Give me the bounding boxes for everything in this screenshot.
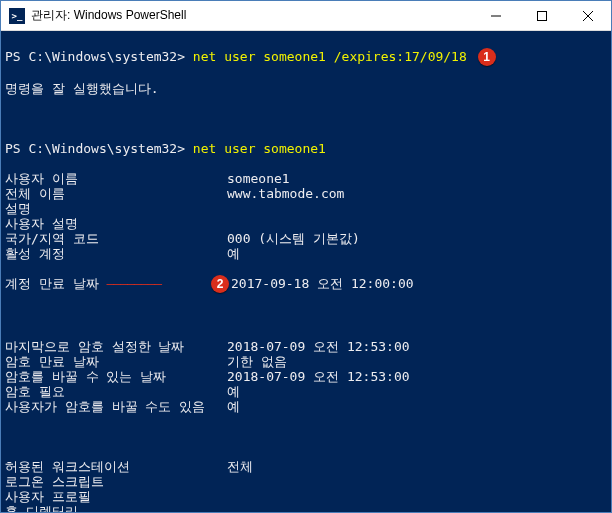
field-label: 계정 만료 날짜 ———————— bbox=[5, 276, 227, 294]
prompt-text: PS C:\Windows\system32> bbox=[5, 49, 185, 64]
output-line: 명령을 잘 실행했습니다. bbox=[5, 81, 607, 96]
prompt-text: PS C:\Windows\system32> bbox=[5, 141, 185, 156]
field-value: 2017-09-18 오전 12:00:00 bbox=[231, 276, 414, 294]
field-value: www.tabmode.com bbox=[227, 186, 344, 201]
field-value: 예 bbox=[227, 384, 240, 399]
field-value: 2018-07-09 오전 12:53:00 bbox=[227, 339, 410, 354]
field-row: 설명 bbox=[5, 201, 607, 216]
field-value: someone1 bbox=[227, 171, 290, 186]
field-row: 로그온 스크립트 bbox=[5, 474, 607, 489]
field-label: 전체 이름 bbox=[5, 186, 227, 201]
field-row: 국가/지역 코드000 (시스템 기본값) bbox=[5, 231, 607, 246]
field-value: 전체 bbox=[227, 459, 253, 474]
terminal-output[interactable]: PS C:\Windows\system32> net user someone… bbox=[1, 31, 611, 512]
field-label: 암호 필요 bbox=[5, 384, 227, 399]
maximize-button[interactable] bbox=[519, 1, 565, 30]
field-row: 암호 필요예 bbox=[5, 384, 607, 399]
close-icon bbox=[583, 11, 593, 21]
minimize-button[interactable] bbox=[473, 1, 519, 30]
field-label: 사용자 설명 bbox=[5, 216, 227, 231]
field-row: 사용자 프로필 bbox=[5, 489, 607, 504]
annotation-line: ———————— bbox=[106, 276, 161, 291]
window-title: 관리자: Windows PowerShell bbox=[25, 7, 473, 24]
close-button[interactable] bbox=[565, 1, 611, 30]
field-label: 설명 bbox=[5, 201, 227, 216]
field-row: 허용된 워크스테이션전체 bbox=[5, 459, 607, 474]
field-label: 사용자 프로필 bbox=[5, 489, 227, 504]
field-label: 암호를 바꿀 수 있는 날짜 bbox=[5, 369, 227, 384]
field-value: 000 (시스템 기본값) bbox=[227, 231, 360, 246]
field-row: 사용자 설명 bbox=[5, 216, 607, 231]
field-value: 기한 없음 bbox=[227, 354, 287, 369]
field-label: 로그온 스크립트 bbox=[5, 474, 227, 489]
titlebar: >_ 관리자: Windows PowerShell bbox=[1, 1, 611, 31]
window-controls bbox=[473, 1, 611, 30]
field-label: 홈 디렉터리 bbox=[5, 504, 227, 512]
field-value: 예 bbox=[227, 246, 240, 261]
minimize-icon bbox=[491, 11, 501, 21]
powershell-icon: >_ bbox=[9, 8, 25, 24]
field-label: 허용된 워크스테이션 bbox=[5, 459, 227, 474]
svg-rect-1 bbox=[538, 11, 547, 20]
field-label: 사용자가 암호를 바꿀 수도 있음 bbox=[5, 399, 227, 414]
field-row: 마지막으로 암호 설정한 날짜2018-07-09 오전 12:53:00 bbox=[5, 339, 607, 354]
field-row: 사용자 이름someone1 bbox=[5, 171, 607, 186]
command-text: net user someone1 bbox=[193, 141, 326, 156]
field-label: 마지막으로 암호 설정한 날짜 bbox=[5, 339, 227, 354]
field-row: 홈 디렉터리 bbox=[5, 504, 607, 512]
command-text: net user someone1 /expires:17/09/18 bbox=[193, 49, 467, 64]
field-row: 암호 만료 날짜기한 없음 bbox=[5, 354, 607, 369]
field-label: 국가/지역 코드 bbox=[5, 231, 227, 246]
field-value: 예 bbox=[227, 399, 240, 414]
annotation-marker-1: 1 bbox=[478, 48, 496, 66]
field-row: 사용자가 암호를 바꿀 수도 있음예 bbox=[5, 399, 607, 414]
maximize-icon bbox=[537, 11, 547, 21]
field-label: 암호 만료 날짜 bbox=[5, 354, 227, 369]
annotation-marker-2: 2 bbox=[211, 275, 229, 293]
field-row: 암호를 바꿀 수 있는 날짜2018-07-09 오전 12:53:00 bbox=[5, 369, 607, 384]
field-row: 활성 계정예 bbox=[5, 246, 607, 261]
field-row: 전체 이름www.tabmode.com bbox=[5, 186, 607, 201]
field-label: 사용자 이름 bbox=[5, 171, 227, 186]
field-label: 활성 계정 bbox=[5, 246, 227, 261]
field-value: 2018-07-09 오전 12:53:00 bbox=[227, 369, 410, 384]
